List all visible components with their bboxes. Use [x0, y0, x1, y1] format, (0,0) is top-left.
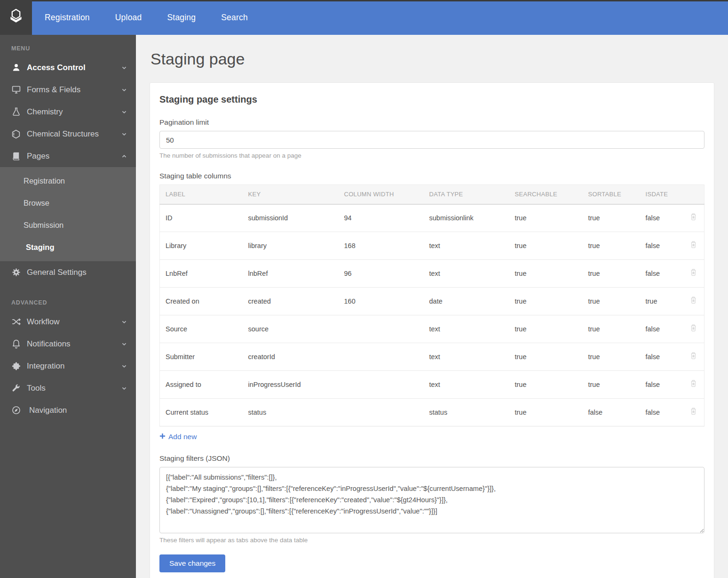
sidebar-item-integration[interactable]: Integration [0, 355, 136, 377]
cell-label: Current status [160, 399, 243, 426]
topbar: Registration Upload Staging Search [0, 0, 728, 35]
pages-submenu: Registration Browse Submission Staging [0, 167, 136, 261]
settings-card: Staging page settings Pagination limit T… [150, 82, 714, 578]
topnav-search[interactable]: Search [221, 13, 248, 23]
sidebar-item-navigation[interactable]: Navigation [0, 399, 136, 421]
table-row: Current status status status true false … [160, 399, 704, 426]
delete-row-button[interactable] [683, 288, 704, 315]
cell-key: source [243, 315, 339, 343]
cell-data-type: text [424, 260, 509, 288]
cell-column-width: 96 [339, 260, 424, 288]
cell-key: status [243, 399, 339, 426]
cell-column-width: 160 [339, 288, 424, 315]
cell-label: Library [160, 232, 243, 260]
sidebar-item-chemical-structures[interactable]: Chemical Structures [0, 123, 136, 145]
table-row: Source source text true true false [160, 315, 704, 343]
cell-column-width [339, 399, 424, 426]
trash-icon [689, 243, 698, 251]
chevron-down-icon [120, 319, 127, 325]
flask-icon [10, 106, 22, 118]
cell-searchable: true [509, 232, 583, 260]
cell-sortable: true [583, 204, 640, 232]
delete-row-button[interactable] [683, 260, 704, 288]
chevron-down-icon [120, 131, 127, 137]
col-header-searchable: SEARCHABLE [509, 185, 583, 204]
cell-searchable: true [509, 260, 583, 288]
cell-isdate: true [640, 288, 683, 315]
trash-icon [689, 327, 698, 334]
table-row: Library library 168 text true true false [160, 232, 704, 260]
topnav-upload[interactable]: Upload [115, 13, 142, 23]
trash-icon [689, 271, 698, 279]
cell-key: lnbRef [243, 260, 339, 288]
sidebar-section-advanced: ADVANCED [0, 283, 136, 311]
topnav-staging[interactable]: Staging [167, 13, 196, 23]
sidebar-item-pages[interactable]: Pages [0, 145, 136, 167]
cell-isdate: false [640, 232, 683, 260]
plus-icon [159, 433, 166, 441]
sidebar-item-workflow[interactable]: Workflow [0, 311, 136, 333]
sidebar-item-tools[interactable]: Tools [0, 377, 136, 399]
pagination-limit-input[interactable] [159, 131, 704, 149]
cell-label: LnbRef [160, 260, 243, 288]
sidebar-item-general-settings[interactable]: General Settings [0, 261, 136, 283]
sidebar-subitem-submission[interactable]: Submission [0, 214, 136, 236]
cell-key: library [243, 232, 339, 260]
sidebar-item-forms-fields[interactable]: Forms & Fields [0, 79, 136, 101]
cell-column-width: 94 [339, 204, 424, 232]
cell-sortable: true [583, 315, 640, 343]
shuffle-icon [10, 316, 22, 328]
col-header-sortable: SORTABLE [583, 185, 640, 204]
delete-row-button[interactable] [683, 204, 704, 232]
delete-row-button[interactable] [683, 315, 704, 343]
staging-filters-textarea[interactable]: [{"label":"All submissions","filters":[]… [159, 467, 704, 533]
staging-filters-label: Staging filters (JSON) [159, 454, 704, 463]
monitor-icon [10, 84, 22, 96]
cell-data-type: status [424, 399, 509, 426]
add-new-button[interactable]: Add new [159, 433, 197, 441]
cell-key: inProgressUserId [243, 371, 339, 399]
chevron-down-icon [120, 87, 127, 93]
page-title: Staging page [150, 50, 714, 68]
cell-key: submissionId [243, 204, 339, 232]
sidebar-item-chemistry[interactable]: Chemistry [0, 101, 136, 123]
cell-isdate: false [640, 343, 683, 371]
cell-sortable: true [583, 288, 640, 315]
staging-table-columns-label: Staging table columns [159, 172, 704, 180]
app-logo[interactable] [0, 0, 32, 35]
cell-sortable: true [583, 343, 640, 371]
cell-isdate: false [640, 315, 683, 343]
cell-data-type: submissionlink [424, 204, 509, 232]
cell-sortable: true [583, 260, 640, 288]
cell-data-type: text [424, 343, 509, 371]
cell-key: creatorId [243, 343, 339, 371]
delete-row-button[interactable] [683, 232, 704, 260]
cell-column-width [339, 371, 424, 399]
cell-column-width [339, 315, 424, 343]
col-header-key: KEY [243, 185, 339, 204]
cell-isdate: false [640, 204, 683, 232]
cell-label: ID [160, 204, 243, 232]
cell-searchable: true [509, 371, 583, 399]
sidebar-subitem-browse[interactable]: Browse [0, 192, 136, 214]
card-heading: Staging page settings [159, 94, 704, 105]
cell-sortable: false [583, 399, 640, 426]
col-header-label: LABEL [160, 185, 243, 204]
table-row: Submitter creatorId text true true false [160, 343, 704, 371]
cell-searchable: true [509, 343, 583, 371]
sidebar-subitem-staging[interactable]: Staging [0, 236, 136, 258]
cell-label: Submitter [160, 343, 243, 371]
cell-label: Assigned to [160, 371, 243, 399]
delete-row-button[interactable] [683, 371, 704, 399]
sidebar-item-access-control[interactable]: Access Control [0, 56, 136, 79]
sidebar-subitem-registration[interactable]: Registration [0, 170, 136, 192]
delete-row-button[interactable] [683, 343, 704, 371]
cell-data-type: date [424, 288, 509, 315]
delete-row-button[interactable] [683, 399, 704, 426]
cell-searchable: true [509, 288, 583, 315]
cell-label: Source [160, 315, 243, 343]
topnav-registration[interactable]: Registration [45, 13, 90, 23]
sidebar-item-notifications[interactable]: Notifications [0, 333, 136, 355]
trash-icon [689, 299, 698, 306]
save-changes-button[interactable]: Save changes [159, 554, 225, 572]
